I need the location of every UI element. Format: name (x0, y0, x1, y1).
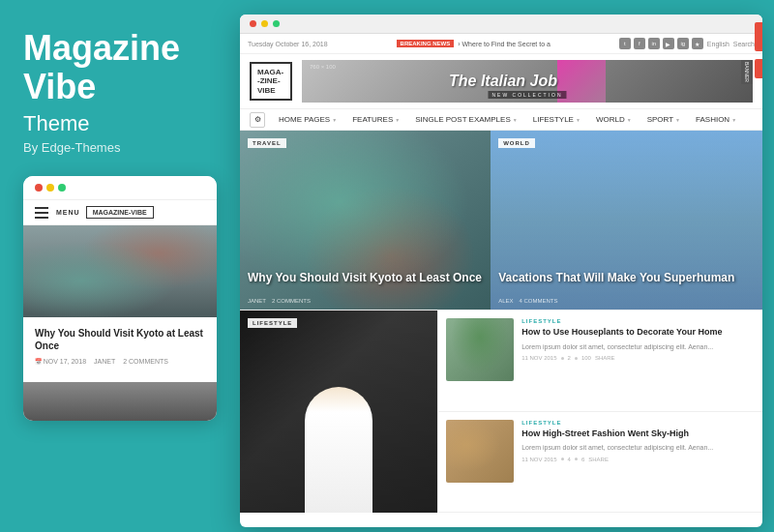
hero-left-meta: JANET 2 COMMENTS (248, 298, 483, 304)
lower-left-image (240, 310, 437, 513)
article2-date: 11 NOV 2015 (521, 457, 556, 462)
nav-world[interactable]: WORLD ▼ (588, 109, 640, 130)
browser-chrome (240, 15, 762, 34)
indoor-photo (23, 225, 217, 317)
hero-section: TRAVEL Why You Should Visit Kyoto at Lea… (240, 131, 762, 310)
nav-features[interactable]: FEATURES ▼ (344, 109, 407, 130)
nav-arrow: ▼ (395, 117, 400, 123)
lang-selector[interactable]: English (707, 41, 729, 47)
topbar-date: Tuesday October 16, 2018 (248, 41, 328, 47)
topbar-breaking: BREAKING NEWS › Where to Find the Secret… (397, 40, 551, 47)
mobile-article-meta: NOV 17, 2018 JANET 2 COMMENTS (35, 358, 205, 365)
social-icons: t f in ▶ ig ★ (619, 38, 703, 49)
twitter-icon[interactable]: t (619, 38, 631, 49)
hero-right-comments: 4 COMMENTS (520, 298, 558, 304)
youtube-icon[interactable]: ▶ (663, 38, 674, 49)
small-article-image-1 (446, 318, 514, 381)
breaking-news-text: › Where to Find the Secret to a (458, 41, 551, 47)
nav-arrow: ▼ (731, 117, 736, 123)
dot-yellow (46, 184, 54, 192)
article1-comments: 100 (581, 355, 591, 361)
site-logo: MAGA- -ZINE- VIBE (250, 62, 292, 102)
article2-share[interactable]: SHARE (588, 457, 609, 462)
nav-arrow: ▼ (627, 117, 632, 123)
lower-left-tag: LIFESTYLE (248, 318, 297, 328)
nav-arrow: ▼ (675, 117, 680, 123)
small-excerpt-1: Lorem ipsum dolor sit amet, consectetur … (521, 342, 755, 352)
meta-dot (561, 357, 564, 360)
hero-right-tag: WORLD (498, 138, 535, 148)
dot-green (58, 184, 66, 192)
banner-size: 760 × 100 (310, 64, 336, 70)
browser-dot-red[interactable] (250, 20, 256, 27)
browser-dot-green[interactable] (273, 20, 280, 27)
left-panel: Magazine Vibe Theme By Edge-Themes MENU … (0, 0, 240, 532)
small-meta-1: 11 NOV 2015 2 100 SHARE (521, 355, 755, 361)
nav-sport[interactable]: SPORT ▼ (640, 109, 688, 130)
site-header: MAGA- -ZINE- VIBE 760 × 100 The Italian … (240, 54, 762, 109)
small-article-image-2 (446, 420, 514, 483)
brand-by: By Edge-Themes (23, 140, 217, 155)
meta-dot (575, 458, 578, 460)
mobile-nav-bar: MENU MAGAZINE-VIBE (23, 199, 217, 225)
nav-single-post[interactable]: SINGLE POST EXAMPLES ▼ (407, 109, 525, 130)
site-topbar: Tuesday October 16, 2018 BREAKING NEWS ›… (240, 34, 762, 54)
settings-icon[interactable]: ⚙ (250, 112, 265, 128)
facebook-icon[interactable]: f (634, 38, 645, 49)
mobile-article-image (23, 225, 217, 317)
meta-comments: 2 COMMENTS (123, 358, 168, 365)
small-meta-2: 11 NOV 2015 4 6 SHARE (521, 457, 755, 462)
hero-left-author: JANET (248, 298, 266, 304)
mobile-bottom-image (23, 382, 217, 421)
topbar-right: t f in ▶ ig ★ English Search (619, 38, 755, 49)
article2-comments: 6 (581, 457, 584, 462)
small-article-1[interactable]: LIFESTYLE How to Use Houseplants to Deco… (438, 310, 762, 412)
nav-fashion[interactable]: FASHION ▼ (688, 109, 744, 130)
meta-date: NOV 17, 2018 (35, 358, 86, 365)
brand-title: Magazine Vibe (23, 29, 217, 105)
small-excerpt-2: Lorem ipsum dolor sit amet, consectetur … (521, 443, 755, 453)
small-title-1: How to Use Houseplants to Decorate Your … (521, 327, 755, 339)
article1-date: 11 NOV 2015 (521, 355, 556, 361)
red-accent-2 (755, 59, 762, 78)
lower-left-article[interactable]: LIFESTYLE (240, 310, 438, 513)
small-article-2[interactable]: LIFESTYLE How High-Street Fashion Went S… (438, 412, 762, 514)
mobile-article-title: Why You Should Visit Kyoto at Least Once (35, 327, 205, 352)
red-accent-1 (755, 22, 762, 51)
banner-label: BANNER (741, 60, 753, 84)
nav-home-pages[interactable]: HOME PAGES ▼ (271, 109, 344, 130)
small-article-content-1: LIFESTYLE How to Use Houseplants to Deco… (521, 318, 755, 403)
site-nav: ⚙ HOME PAGES ▼ FEATURES ▼ SINGLE POST EX… (240, 109, 762, 131)
small-tag-2: LIFESTYLE (521, 420, 755, 426)
article1-share[interactable]: SHARE (595, 355, 615, 361)
breaking-news-label: BREAKING NEWS (397, 40, 455, 47)
nav-lifestyle[interactable]: LIFESTYLE ▼ (525, 109, 588, 130)
nav-arrow: ▼ (576, 117, 580, 123)
instagram-icon[interactable]: ig (677, 38, 689, 49)
hero-left-comments: 2 COMMENTS (272, 298, 311, 304)
hero-left-article[interactable]: TRAVEL Why You Should Visit Kyoto at Lea… (240, 131, 491, 310)
mobile-mockup: MENU MAGAZINE-VIBE Why You Should Visit … (23, 176, 217, 421)
linkedin-icon[interactable]: in (648, 38, 660, 49)
meta-dot (575, 357, 578, 360)
hero-left-title: Why You Should Visit Kyoto at Least Once (248, 271, 483, 286)
hero-right-article[interactable]: WORLD Vacations That Will Make You Super… (491, 131, 762, 310)
meta-dot (561, 458, 564, 460)
banner-new-collection: NEW COLLECTION (488, 91, 566, 99)
small-title-2: How High-Street Fashion Went Sky-High (521, 429, 755, 440)
hero-right-author: ALEX (498, 298, 513, 304)
hero-right-meta: ALEX 4 COMMENTS (498, 298, 755, 304)
small-article-content-2: LIFESTYLE How High-Street Fashion Went S… (521, 420, 755, 505)
search-button[interactable]: Search (733, 41, 755, 47)
banner-text: The Italian Job (449, 73, 557, 90)
article2-likes: 4 (568, 457, 571, 462)
lower-right-column: LIFESTYLE How to Use Houseplants to Deco… (438, 310, 762, 513)
mobile-card-header (23, 176, 217, 199)
meta-author: JANET (94, 358, 115, 365)
hero-right-title: Vacations That Will Make You Superhuman (498, 271, 755, 286)
nav-arrow: ▼ (332, 117, 337, 123)
browser-mockup: Tuesday October 16, 2018 BREAKING NEWS ›… (240, 15, 762, 527)
browser-dot-yellow[interactable] (261, 20, 268, 27)
dot-red (35, 184, 43, 192)
star-icon[interactable]: ★ (692, 38, 703, 49)
